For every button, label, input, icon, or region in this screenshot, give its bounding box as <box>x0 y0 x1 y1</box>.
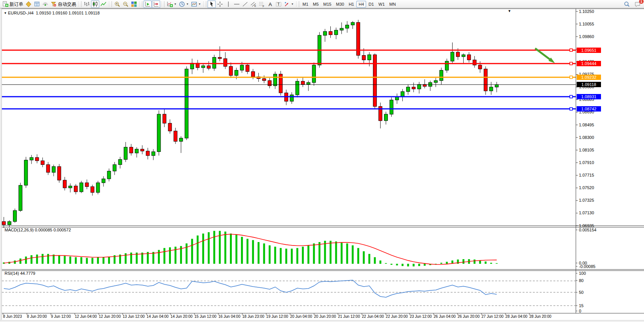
zoom-out-button[interactable] <box>121 0 130 8</box>
time-axis-label: 8 Jun 2023 <box>3 314 22 319</box>
text-icon: A <box>267 1 273 7</box>
tile-windows-button[interactable] <box>130 0 138 8</box>
navigator-icon <box>42 1 48 7</box>
price-badge-1.09118: 1.09118 <box>577 82 601 87</box>
text-label-icon: T <box>276 1 282 7</box>
horizontal-line-button[interactable] <box>233 0 241 8</box>
arrows-tool-icon <box>284 1 290 7</box>
text-label-button[interactable]: T <box>274 0 283 8</box>
macd-indicator-label: MACD(12,26,9) 0.000085 0.000572 <box>5 228 71 232</box>
zoom-out-icon <box>123 1 129 7</box>
chat-button[interactable]: 1 <box>633 0 642 8</box>
cursor-button[interactable] <box>207 0 216 8</box>
chart-line-button[interactable] <box>99 0 108 8</box>
toolbar-separator <box>78 2 79 7</box>
time-axis-label: 27 Jun 12:00 <box>481 314 504 319</box>
timeframe-button-d1[interactable]: D1 <box>366 1 376 8</box>
indicators-button[interactable]: ▼ <box>166 0 178 8</box>
rsi-axis-label: 50 <box>579 290 583 295</box>
data-window-button[interactable] <box>33 0 41 8</box>
fibonacci-button[interactable]: F <box>258 0 266 8</box>
symbol-dropdown-icon[interactable]: ▼ <box>4 11 7 15</box>
time-axis-label: 26 Jun 04:00 <box>434 314 456 319</box>
chart-canvas[interactable] <box>0 0 644 322</box>
timeframe-button-h1[interactable]: H1 <box>346 1 356 8</box>
timeframe-button-w1[interactable]: W1 <box>376 1 387 8</box>
toolbar-separator <box>139 2 140 7</box>
price-axis-label: 1.07130 <box>579 210 594 215</box>
timeframe-button-m1[interactable]: M1 <box>300 1 311 8</box>
toolbar-separator-line <box>206 1 206 7</box>
price-axis-label: 1.06935 <box>579 223 594 228</box>
timeframe-button-m15[interactable]: M15 <box>321 1 333 8</box>
auto-scroll-icon <box>145 1 151 7</box>
price-badge-1.09444: 1.09444 <box>577 61 601 66</box>
price-axis-label: 1.08105 <box>579 148 594 152</box>
time-axis-label: 9 Jun 12:00 <box>51 314 71 319</box>
chart-bars-button[interactable] <box>83 0 91 8</box>
timeframe-button-m30[interactable]: M30 <box>334 1 346 8</box>
arrows-tool-dropdown-arrow[interactable]: ▼ <box>291 3 294 5</box>
macd-axis-bottom: -0.00085 <box>579 264 595 269</box>
equidistant-channel-icon: E <box>250 1 257 7</box>
trendline-button[interactable] <box>241 0 249 8</box>
chart-bars-icon <box>84 1 90 7</box>
text-button[interactable]: A <box>266 0 274 8</box>
window-left-edge <box>0 8 2 320</box>
trendline-icon <box>242 1 248 7</box>
time-axis-label: 15 Jun 12:00 <box>194 314 217 319</box>
timeframe-button-mn[interactable]: MN <box>387 1 398 8</box>
price-axis-label: 1.08495 <box>579 123 594 127</box>
rsi-value: 44.7779 <box>20 271 35 276</box>
time-axis-label: 20 Jun 04:00 <box>290 314 312 319</box>
price-axis-label: 1.08300 <box>579 135 594 140</box>
price-badge-1.09651: 1.09651 <box>577 48 601 53</box>
equidistant-channel-button[interactable]: E <box>249 0 258 8</box>
templates-dropdown-arrow[interactable]: ▼ <box>198 3 201 5</box>
price-axis-label: 1.10250 <box>579 9 594 14</box>
zoom-in-button[interactable] <box>113 0 121 8</box>
price-badge-1.08742: 1.08742 <box>577 106 601 112</box>
ohlc-low: 1.09101 <box>69 11 84 15</box>
indicators-dropdown-arrow[interactable]: ▼ <box>174 3 177 5</box>
arrows-tool-button[interactable]: ▼ <box>283 0 295 8</box>
cursor-icon <box>209 1 215 7</box>
time-axis-label: 12 Jun 04:00 <box>75 314 97 319</box>
toolbar-separator-line <box>112 1 112 7</box>
price-axis-label: 1.10055 <box>579 22 594 26</box>
chart-candles-button[interactable] <box>91 0 99 8</box>
svg-text:E: E <box>254 5 256 7</box>
market-watch-button[interactable] <box>24 0 33 8</box>
price-badge-1.08931: 1.08931 <box>577 94 601 99</box>
price-axis-label: 1.07715 <box>579 173 594 177</box>
price-axis-label: 1.07325 <box>579 198 594 202</box>
navigator-button[interactable] <box>41 0 49 8</box>
timeframe-button-h4[interactable]: H4 <box>356 1 366 8</box>
autotrading-button[interactable]: 自动交易 <box>49 0 77 8</box>
auto-scroll-button[interactable] <box>143 0 152 8</box>
timeframes-clock-button[interactable]: ▼ <box>178 0 190 8</box>
time-axis-label: 26 Jun 20:00 <box>457 314 480 319</box>
crosshair-icon <box>217 1 223 7</box>
data-window-icon <box>34 1 40 7</box>
search-icon <box>624 1 630 7</box>
templates-button[interactable]: ▼ <box>190 0 202 8</box>
timeframes-clock-dropdown-arrow[interactable]: ▼ <box>186 3 189 5</box>
new-order-button[interactable]: 新订单 <box>1 0 24 8</box>
rsi-axis-label: 80 <box>579 278 583 283</box>
chart-line-icon <box>100 1 107 7</box>
rsi-axis-label: 100 <box>579 271 586 276</box>
toolbar-separator-line <box>164 1 164 7</box>
search-button[interactable] <box>623 0 631 8</box>
ohlc-high: 1.09160 <box>52 11 67 15</box>
chart-shift-marker[interactable]: ▼ <box>508 9 511 13</box>
timeframes-clock-icon <box>179 1 185 7</box>
new-order-icon <box>2 1 8 7</box>
vertical-line-button[interactable] <box>224 0 233 8</box>
timeframe-button-m5[interactable]: M5 <box>311 1 321 8</box>
templates-icon <box>191 1 197 7</box>
chart-shift-button[interactable] <box>152 0 160 8</box>
time-axis-label: 12 Jun 20:00 <box>99 314 121 319</box>
crosshair-button[interactable] <box>216 0 224 8</box>
horizontal-line-icon <box>234 1 240 7</box>
